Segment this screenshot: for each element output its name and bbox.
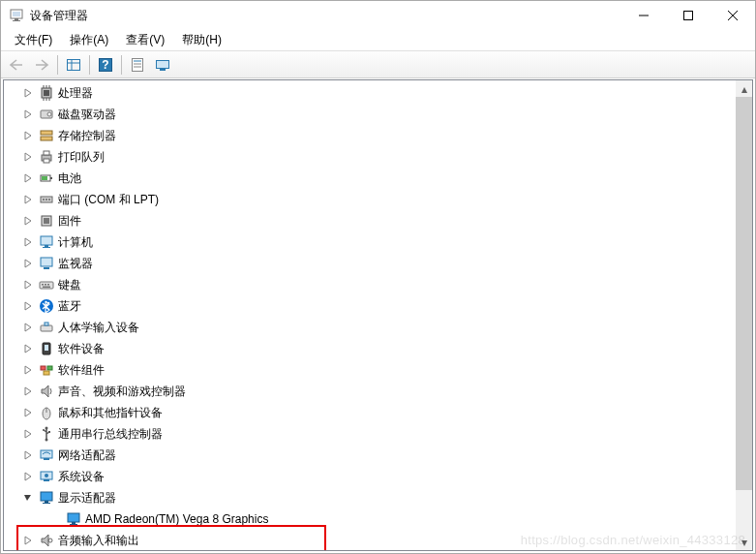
tree-item[interactable]: 处理器 xyxy=(8,82,736,104)
printer-icon xyxy=(39,149,54,165)
expand-icon[interactable] xyxy=(21,193,35,206)
svg-rect-68 xyxy=(44,458,49,460)
svg-rect-45 xyxy=(43,247,50,248)
system-icon xyxy=(39,469,54,484)
tree-item-label: 键盘 xyxy=(58,277,81,293)
minimize-button[interactable] xyxy=(621,1,666,30)
expand-icon[interactable] xyxy=(21,214,35,228)
audio-icon xyxy=(39,533,54,548)
tree-item-label: 通用串行总线控制器 xyxy=(58,426,163,443)
menu-view[interactable]: 查看(V) xyxy=(118,30,172,50)
tree-item[interactable]: 计算机 xyxy=(8,231,736,253)
tree-item-label: 声音、视频和游戏控制器 xyxy=(58,384,186,400)
vertical-scrollbar[interactable]: ▴ ▾ xyxy=(736,80,752,550)
scroll-thumb[interactable] xyxy=(736,97,752,490)
show-hide-tree-button[interactable] xyxy=(62,53,85,77)
svg-point-40 xyxy=(48,199,50,200)
tree-item[interactable]: 声音、视频和游戏控制器 xyxy=(8,381,736,402)
expand-icon[interactable] xyxy=(21,150,35,164)
tree-item[interactable]: 电池 xyxy=(8,168,736,189)
maximize-button[interactable] xyxy=(666,1,711,30)
tree-item[interactable]: 音频输入和输出 xyxy=(8,530,736,550)
expand-icon[interactable] xyxy=(21,86,35,100)
sound-icon xyxy=(39,384,54,399)
expand-icon[interactable] xyxy=(21,342,35,355)
expand-icon[interactable] xyxy=(21,299,35,313)
expand-icon[interactable] xyxy=(21,321,35,334)
tree-item[interactable]: 存储控制器 xyxy=(8,125,736,146)
tree-item[interactable]: 蓝牙 xyxy=(8,295,736,317)
tree-item[interactable]: 网络适配器 xyxy=(8,445,736,466)
nav-forward-button[interactable] xyxy=(30,53,53,77)
expand-icon[interactable] xyxy=(21,278,35,292)
scroll-up-button[interactable]: ▴ xyxy=(736,80,752,97)
tree-item[interactable]: 软件组件 xyxy=(8,359,736,381)
toolbar-separator xyxy=(89,55,90,75)
menu-help[interactable]: 帮助(H) xyxy=(174,30,229,50)
svg-rect-5 xyxy=(684,12,693,20)
expand-icon[interactable] xyxy=(21,534,35,547)
expand-icon[interactable] xyxy=(21,108,35,121)
svg-point-28 xyxy=(47,112,51,116)
tree-item[interactable]: 显示适配器 xyxy=(8,487,736,508)
tree-item-label: 计算机 xyxy=(58,234,93,251)
tree-item[interactable]: 人体学输入设备 xyxy=(8,317,736,338)
tree-item-label: 磁盘驱动器 xyxy=(58,107,116,123)
expand-icon[interactable] xyxy=(21,470,35,483)
expand-icon[interactable] xyxy=(21,406,35,419)
properties-button[interactable] xyxy=(126,53,149,77)
expand-icon[interactable] xyxy=(21,257,35,270)
svg-rect-67 xyxy=(41,450,52,458)
tree-item[interactable]: 鼠标和其他指针设备 xyxy=(8,402,736,423)
tree-item[interactable]: 固件 xyxy=(8,210,736,231)
tree-item[interactable]: 监视器 xyxy=(8,253,736,274)
keyboard-icon xyxy=(39,277,54,292)
tree-item[interactable]: 通用串行总线控制器 xyxy=(8,423,736,445)
storage-icon xyxy=(39,128,54,143)
software-icon xyxy=(39,341,54,356)
app-icon xyxy=(9,8,24,23)
tree-item[interactable]: 软件设备 xyxy=(8,338,736,359)
tree-item[interactable]: 磁盘驱动器 xyxy=(8,104,736,125)
svg-rect-43 xyxy=(41,236,52,245)
scroll-track[interactable] xyxy=(736,97,752,534)
scan-hardware-button[interactable] xyxy=(151,53,174,77)
nav-back-button[interactable] xyxy=(5,53,28,77)
window-controls xyxy=(621,1,755,30)
scroll-down-button[interactable]: ▾ xyxy=(736,534,752,550)
menu-action[interactable]: 操作(A) xyxy=(62,30,116,50)
collapse-icon[interactable] xyxy=(21,491,35,505)
svg-point-63 xyxy=(45,427,48,430)
svg-point-39 xyxy=(45,199,47,200)
expand-icon[interactable] xyxy=(21,235,35,249)
svg-rect-74 xyxy=(43,503,50,504)
svg-rect-3 xyxy=(13,12,20,16)
device-tree[interactable]: 处理器磁盘驱动器存储控制器打印队列电池端口 (COM 和 LPT)固件计算机监视… xyxy=(4,80,736,550)
tree-item-label: 软件组件 xyxy=(58,362,105,379)
help-button[interactable]: ? xyxy=(94,53,117,77)
tree-item-label: 音频输入和输出 xyxy=(58,533,139,549)
tree-item[interactable]: 打印队列 xyxy=(8,146,736,168)
mouse-icon xyxy=(39,405,54,420)
network-icon xyxy=(39,447,54,463)
menu-file[interactable]: 文件(F) xyxy=(7,30,60,50)
expand-icon[interactable] xyxy=(21,171,35,185)
tree-item-label: 人体学输入设备 xyxy=(58,320,139,336)
expand-icon[interactable] xyxy=(21,129,35,142)
expand-icon[interactable] xyxy=(21,363,35,377)
tree-item-label: 蓝牙 xyxy=(58,298,81,315)
svg-point-78 xyxy=(48,539,52,542)
svg-rect-13 xyxy=(133,58,143,71)
svg-rect-42 xyxy=(44,218,49,224)
firmware-icon xyxy=(39,213,54,229)
tree-item[interactable]: 键盘 xyxy=(8,274,736,295)
tree-item[interactable]: AMD Radeon(TM) Vega 8 Graphics xyxy=(8,508,736,530)
close-button[interactable] xyxy=(711,1,755,30)
expand-icon[interactable] xyxy=(21,448,35,462)
expand-icon[interactable] xyxy=(21,385,35,398)
port-icon xyxy=(39,192,54,207)
tree-item[interactable]: 端口 (COM 和 LPT) xyxy=(8,189,736,210)
expand-icon[interactable] xyxy=(21,427,35,441)
tree-item[interactable]: 系统设备 xyxy=(8,466,736,487)
svg-rect-57 xyxy=(45,345,48,351)
